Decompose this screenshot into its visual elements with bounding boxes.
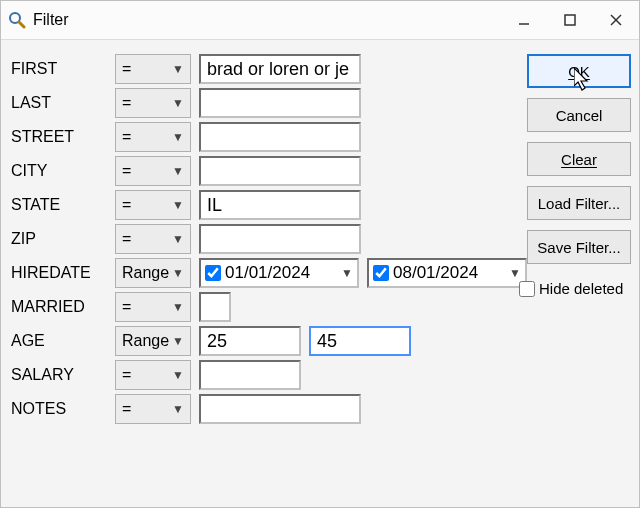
operator-married[interactable]: =▼	[115, 292, 191, 322]
chevron-down-icon: ▼	[172, 368, 184, 382]
label-street: STREET	[9, 128, 115, 146]
close-button[interactable]	[593, 1, 639, 39]
married-input[interactable]	[199, 292, 231, 322]
age-from-input[interactable]	[199, 326, 301, 356]
operator-street[interactable]: =▼	[115, 122, 191, 152]
magnifier-icon	[7, 10, 27, 30]
load-filter-button[interactable]: Load Filter...	[527, 186, 631, 220]
chevron-down-icon: ▼	[172, 266, 184, 280]
svg-line-1	[19, 22, 24, 27]
hide-deleted-option[interactable]: Hide deleted	[519, 280, 631, 297]
chevron-down-icon: ▼	[509, 266, 521, 280]
chevron-down-icon: ▼	[172, 96, 184, 110]
clear-button[interactable]: Clear	[527, 142, 631, 176]
ok-button[interactable]: OK	[527, 54, 631, 88]
street-input[interactable]	[199, 122, 361, 152]
chevron-down-icon: ▼	[172, 164, 184, 178]
state-input[interactable]	[199, 190, 361, 220]
notes-input[interactable]	[199, 394, 361, 424]
chevron-down-icon: ▼	[172, 62, 184, 76]
filter-grid: FIRST = ▼ LAST =▼ STREET =▼	[9, 52, 527, 499]
chevron-down-icon: ▼	[172, 198, 184, 212]
age-to-input[interactable]	[309, 326, 411, 356]
hiredate-from-picker[interactable]: 01/01/2024 ▼	[199, 258, 359, 288]
city-input[interactable]	[199, 156, 361, 186]
label-zip: ZIP	[9, 230, 115, 248]
operator-last[interactable]: =▼	[115, 88, 191, 118]
action-panel: OK Cancel Clear Load Filter... Save Filt…	[527, 52, 631, 499]
chevron-down-icon: ▼	[172, 232, 184, 246]
operator-zip[interactable]: =▼	[115, 224, 191, 254]
minimize-button[interactable]	[501, 1, 547, 39]
label-salary: SALARY	[9, 366, 115, 384]
chevron-down-icon: ▼	[172, 402, 184, 416]
save-filter-button[interactable]: Save Filter...	[527, 230, 631, 264]
operator-age[interactable]: Range▼	[115, 326, 191, 356]
titlebar: Filter	[1, 1, 639, 40]
operator-salary[interactable]: =▼	[115, 360, 191, 390]
label-city: CITY	[9, 162, 115, 180]
operator-city[interactable]: =▼	[115, 156, 191, 186]
first-input[interactable]	[199, 54, 361, 84]
operator-notes[interactable]: =▼	[115, 394, 191, 424]
label-married: MARRIED	[9, 298, 115, 316]
hiredate-to-enable[interactable]	[373, 265, 389, 281]
label-notes: NOTES	[9, 400, 115, 418]
chevron-down-icon: ▼	[172, 300, 184, 314]
salary-input[interactable]	[199, 360, 301, 390]
hide-deleted-checkbox[interactable]	[519, 281, 535, 297]
operator-hiredate[interactable]: Range▼	[115, 258, 191, 288]
chevron-down-icon: ▼	[341, 266, 353, 280]
label-first: FIRST	[9, 60, 115, 78]
chevron-down-icon: ▼	[172, 334, 184, 348]
cancel-button[interactable]: Cancel	[527, 98, 631, 132]
hiredate-from-enable[interactable]	[205, 265, 221, 281]
maximize-button[interactable]	[547, 1, 593, 39]
label-age: AGE	[9, 332, 115, 350]
label-hiredate: HIREDATE	[9, 264, 115, 282]
window-title: Filter	[33, 11, 69, 29]
zip-input[interactable]	[199, 224, 361, 254]
svg-rect-3	[565, 15, 575, 25]
label-last: LAST	[9, 94, 115, 112]
last-input[interactable]	[199, 88, 361, 118]
chevron-down-icon: ▼	[172, 130, 184, 144]
hiredate-to-picker[interactable]: 08/01/2024 ▼	[367, 258, 527, 288]
operator-first[interactable]: = ▼	[115, 54, 191, 84]
label-state: STATE	[9, 196, 115, 214]
operator-state[interactable]: =▼	[115, 190, 191, 220]
filter-dialog: Filter FIRST = ▼ LAST	[0, 0, 640, 508]
